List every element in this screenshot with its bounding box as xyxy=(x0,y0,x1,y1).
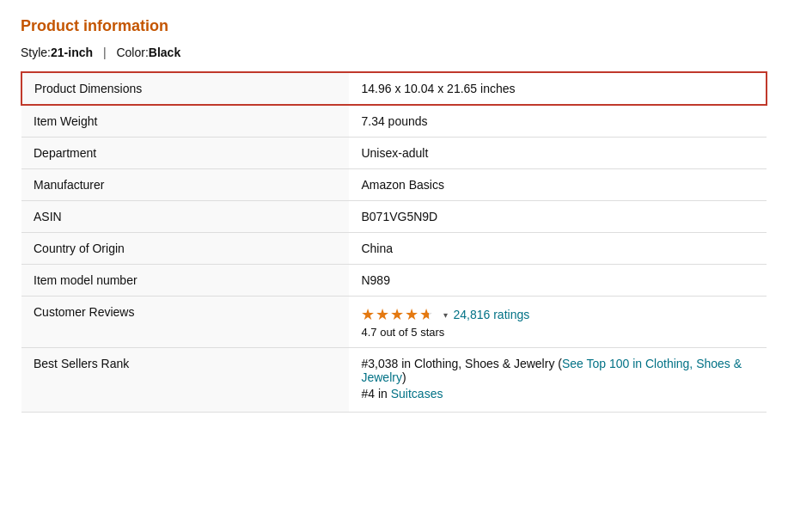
row-label: ASIN xyxy=(21,201,349,233)
table-row: Country of OriginChina xyxy=(21,233,767,265)
row-label: Manufacturer xyxy=(21,169,349,201)
table-row: Customer Reviews★★★★★▾24,816 ratings4.7 … xyxy=(21,297,767,348)
row-label: Item model number xyxy=(21,265,349,297)
row-value: Amazon Basics xyxy=(349,169,767,201)
star-icon: ★ xyxy=(405,305,418,324)
bsr-line-1: #3,038 in Clothing, Shoes & Jewelry (See… xyxy=(361,357,754,384)
style-value: 21-inch xyxy=(51,46,93,59)
row-label: Best Sellers Rank xyxy=(21,348,349,413)
style-info: Style:21-inch | Color:Black xyxy=(21,46,767,59)
bsr-category-link-2[interactable]: Suitcases xyxy=(391,387,443,401)
color-label: Color: xyxy=(116,46,148,59)
table-row: Item Weight7.34 pounds xyxy=(21,105,767,138)
star-icon: ★ xyxy=(361,305,375,324)
star-icon: ★ xyxy=(376,305,389,324)
star-rating: ★★★★★ xyxy=(361,305,433,324)
table-row: ASINB071VG5N9D xyxy=(21,201,767,233)
bsr-category-link-1[interactable]: See Top 100 in Clothing, Shoes & Jewelry xyxy=(361,357,742,384)
bsr-line-2: #4 in Suitcases xyxy=(361,387,754,401)
table-row: Best Sellers Rank#3,038 in Clothing, Sho… xyxy=(21,348,767,413)
product-info-table: Product Dimensions14.96 x 10.04 x 21.65 … xyxy=(21,71,767,413)
table-row: Product Dimensions14.96 x 10.04 x 21.65 … xyxy=(21,72,767,105)
row-label: Customer Reviews xyxy=(21,297,349,348)
row-value: China xyxy=(349,233,767,265)
row-value: #3,038 in Clothing, Shoes & Jewelry (See… xyxy=(349,348,767,413)
row-label: Item Weight xyxy=(21,105,349,138)
row-value: Unisex-adult xyxy=(349,138,767,169)
table-row: DepartmentUnisex-adult xyxy=(21,138,767,169)
row-label: Country of Origin xyxy=(21,233,349,265)
separator: | xyxy=(103,46,107,59)
row-label: Product Dimensions xyxy=(21,72,349,105)
color-value: Black xyxy=(149,46,180,59)
rating-subtitle: 4.7 out of 5 stars xyxy=(361,326,754,339)
page-title: Product information xyxy=(21,17,767,35)
row-value: N989 xyxy=(349,265,767,297)
table-row: ManufacturerAmazon Basics xyxy=(21,169,767,201)
star-icon: ★ xyxy=(419,305,433,324)
row-value: 14.96 x 10.04 x 21.65 inches xyxy=(349,72,767,105)
row-value: B071VG5N9D xyxy=(349,201,767,233)
star-icon: ★ xyxy=(390,305,404,324)
ratings-count-link[interactable]: 24,816 ratings xyxy=(453,308,529,321)
chevron-down-icon[interactable]: ▾ xyxy=(443,310,448,320)
table-row: Item model numberN989 xyxy=(21,265,767,297)
row-label: Department xyxy=(21,138,349,169)
row-value: 7.34 pounds xyxy=(349,105,767,138)
row-value: ★★★★★▾24,816 ratings4.7 out of 5 stars xyxy=(349,297,767,348)
style-label: Style: xyxy=(21,46,51,59)
